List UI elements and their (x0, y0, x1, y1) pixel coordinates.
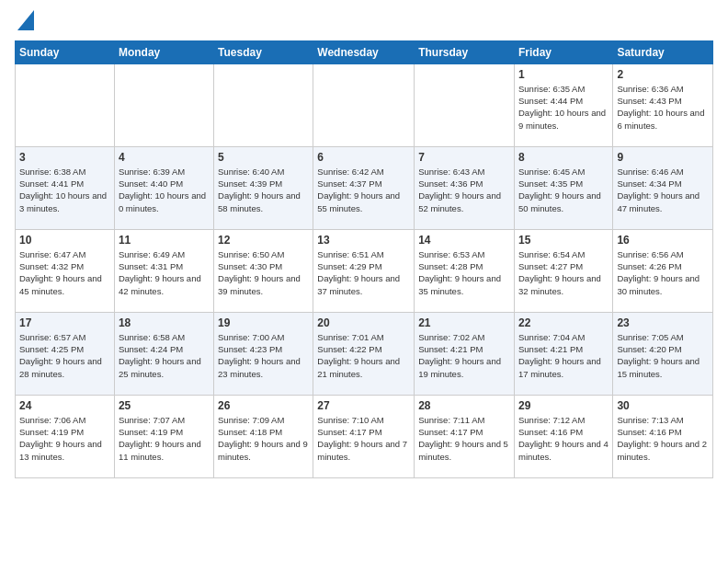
day-info: Sunrise: 6:39 AM Sunset: 4:40 PM Dayligh… (119, 166, 210, 214)
day-number: 5 (218, 151, 309, 164)
calendar-cell: 24Sunrise: 7:06 AM Sunset: 4:19 PM Dayli… (16, 395, 115, 477)
day-number: 19 (218, 316, 309, 329)
calendar-cell (313, 63, 415, 146)
day-number: 16 (617, 234, 709, 247)
calendar-cell: 22Sunrise: 7:04 AM Sunset: 4:21 PM Dayli… (514, 312, 612, 395)
day-number: 18 (119, 316, 210, 329)
calendar-cell: 21Sunrise: 7:02 AM Sunset: 4:21 PM Dayli… (415, 312, 515, 395)
day-info: Sunrise: 7:02 AM Sunset: 4:21 PM Dayligh… (418, 331, 510, 380)
day-number: 17 (19, 316, 110, 329)
calendar-cell: 2Sunrise: 6:36 AM Sunset: 4:43 PM Daylig… (613, 63, 713, 146)
col-header-tuesday: Tuesday (214, 40, 313, 63)
day-number: 14 (418, 234, 510, 247)
svg-marker-0 (17, 10, 34, 30)
day-number: 28 (418, 399, 510, 412)
day-number: 25 (119, 399, 210, 412)
col-header-sunday: Sunday (16, 40, 115, 63)
calendar-cell: 14Sunrise: 6:53 AM Sunset: 4:28 PM Dayli… (415, 229, 515, 312)
day-number: 6 (317, 151, 410, 164)
day-info: Sunrise: 6:42 AM Sunset: 4:37 PM Dayligh… (317, 166, 410, 214)
calendar-cell: 10Sunrise: 6:47 AM Sunset: 4:32 PM Dayli… (16, 229, 115, 312)
day-info: Sunrise: 7:07 AM Sunset: 4:19 PM Dayligh… (119, 414, 210, 463)
day-number: 3 (19, 151, 110, 164)
day-number: 2 (617, 68, 709, 81)
day-number: 11 (119, 234, 210, 247)
calendar-cell: 5Sunrise: 6:40 AM Sunset: 4:39 PM Daylig… (214, 146, 313, 229)
day-info: Sunrise: 6:56 AM Sunset: 4:26 PM Dayligh… (617, 248, 709, 297)
day-info: Sunrise: 7:11 AM Sunset: 4:17 PM Dayligh… (418, 414, 510, 463)
day-number: 13 (317, 234, 410, 247)
day-info: Sunrise: 6:51 AM Sunset: 4:29 PM Dayligh… (317, 248, 410, 297)
day-info: Sunrise: 7:12 AM Sunset: 4:16 PM Dayligh… (518, 414, 609, 463)
day-number: 10 (19, 234, 110, 247)
day-number: 29 (518, 399, 609, 412)
logo-triangle-icon (17, 10, 34, 30)
day-number: 30 (617, 399, 709, 412)
calendar-cell: 29Sunrise: 7:12 AM Sunset: 4:16 PM Dayli… (514, 395, 612, 477)
day-info: Sunrise: 7:04 AM Sunset: 4:21 PM Dayligh… (518, 331, 609, 380)
day-info: Sunrise: 6:43 AM Sunset: 4:36 PM Dayligh… (418, 166, 510, 214)
day-number: 4 (119, 151, 210, 164)
calendar-cell: 7Sunrise: 6:43 AM Sunset: 4:36 PM Daylig… (415, 146, 515, 229)
calendar-cell: 12Sunrise: 6:50 AM Sunset: 4:30 PM Dayli… (214, 229, 313, 312)
calendar-cell: 6Sunrise: 6:42 AM Sunset: 4:37 PM Daylig… (313, 146, 415, 229)
col-header-wednesday: Wednesday (313, 40, 415, 63)
day-number: 1 (518, 68, 609, 81)
calendar-cell: 25Sunrise: 7:07 AM Sunset: 4:19 PM Dayli… (114, 395, 213, 477)
day-info: Sunrise: 6:54 AM Sunset: 4:27 PM Dayligh… (518, 248, 609, 297)
header (15, 15, 713, 33)
calendar-cell: 30Sunrise: 7:13 AM Sunset: 4:16 PM Dayli… (613, 395, 713, 477)
day-info: Sunrise: 7:09 AM Sunset: 4:18 PM Dayligh… (218, 414, 309, 463)
logo (15, 15, 34, 33)
day-number: 21 (418, 316, 510, 329)
calendar-cell: 16Sunrise: 6:56 AM Sunset: 4:26 PM Dayli… (613, 229, 713, 312)
day-number: 9 (617, 151, 709, 164)
calendar-cell: 11Sunrise: 6:49 AM Sunset: 4:31 PM Dayli… (114, 229, 213, 312)
col-header-friday: Friday (514, 40, 612, 63)
calendar-table: SundayMondayTuesdayWednesdayThursdayFrid… (15, 40, 713, 478)
calendar-cell: 19Sunrise: 7:00 AM Sunset: 4:23 PM Dayli… (214, 312, 313, 395)
calendar-cell: 28Sunrise: 7:11 AM Sunset: 4:17 PM Dayli… (415, 395, 515, 477)
calendar-cell: 1Sunrise: 6:35 AM Sunset: 4:44 PM Daylig… (514, 63, 612, 146)
day-info: Sunrise: 6:40 AM Sunset: 4:39 PM Dayligh… (218, 166, 309, 214)
day-info: Sunrise: 6:57 AM Sunset: 4:25 PM Dayligh… (19, 331, 110, 380)
calendar-cell (214, 63, 313, 146)
day-info: Sunrise: 7:01 AM Sunset: 4:22 PM Dayligh… (317, 331, 410, 380)
calendar-cell: 20Sunrise: 7:01 AM Sunset: 4:22 PM Dayli… (313, 312, 415, 395)
day-number: 26 (218, 399, 309, 412)
day-info: Sunrise: 6:50 AM Sunset: 4:30 PM Dayligh… (218, 248, 309, 297)
day-number: 24 (19, 399, 110, 412)
day-number: 7 (418, 151, 510, 164)
calendar-cell: 27Sunrise: 7:10 AM Sunset: 4:17 PM Dayli… (313, 395, 415, 477)
day-info: Sunrise: 6:45 AM Sunset: 4:35 PM Dayligh… (518, 166, 609, 214)
day-info: Sunrise: 6:46 AM Sunset: 4:34 PM Dayligh… (617, 166, 709, 214)
day-number: 20 (317, 316, 410, 329)
calendar-cell (16, 63, 115, 146)
calendar-cell: 26Sunrise: 7:09 AM Sunset: 4:18 PM Dayli… (214, 395, 313, 477)
calendar-cell (415, 63, 515, 146)
calendar-cell: 23Sunrise: 7:05 AM Sunset: 4:20 PM Dayli… (613, 312, 713, 395)
day-info: Sunrise: 6:53 AM Sunset: 4:28 PM Dayligh… (418, 248, 510, 297)
calendar-cell: 3Sunrise: 6:38 AM Sunset: 4:41 PM Daylig… (16, 146, 115, 229)
day-info: Sunrise: 6:35 AM Sunset: 4:44 PM Dayligh… (518, 83, 609, 132)
day-number: 12 (218, 234, 309, 247)
day-info: Sunrise: 6:47 AM Sunset: 4:32 PM Dayligh… (19, 248, 110, 297)
day-info: Sunrise: 7:05 AM Sunset: 4:20 PM Dayligh… (617, 331, 709, 380)
day-number: 8 (518, 151, 609, 164)
calendar-cell: 4Sunrise: 6:39 AM Sunset: 4:40 PM Daylig… (114, 146, 213, 229)
day-info: Sunrise: 7:00 AM Sunset: 4:23 PM Dayligh… (218, 331, 309, 380)
day-info: Sunrise: 6:58 AM Sunset: 4:24 PM Dayligh… (119, 331, 210, 380)
day-info: Sunrise: 7:10 AM Sunset: 4:17 PM Dayligh… (317, 414, 410, 463)
day-info: Sunrise: 6:38 AM Sunset: 4:41 PM Dayligh… (19, 166, 110, 214)
day-info: Sunrise: 6:36 AM Sunset: 4:43 PM Dayligh… (617, 83, 709, 132)
day-info: Sunrise: 7:13 AM Sunset: 4:16 PM Dayligh… (617, 414, 709, 463)
calendar-cell: 17Sunrise: 6:57 AM Sunset: 4:25 PM Dayli… (16, 312, 115, 395)
calendar-cell: 15Sunrise: 6:54 AM Sunset: 4:27 PM Dayli… (514, 229, 612, 312)
day-number: 27 (317, 399, 410, 412)
day-info: Sunrise: 6:49 AM Sunset: 4:31 PM Dayligh… (119, 248, 210, 297)
calendar-cell: 9Sunrise: 6:46 AM Sunset: 4:34 PM Daylig… (613, 146, 713, 229)
col-header-thursday: Thursday (415, 40, 515, 63)
calendar-cell: 13Sunrise: 6:51 AM Sunset: 4:29 PM Dayli… (313, 229, 415, 312)
col-header-saturday: Saturday (613, 40, 713, 63)
calendar-cell (114, 63, 213, 146)
